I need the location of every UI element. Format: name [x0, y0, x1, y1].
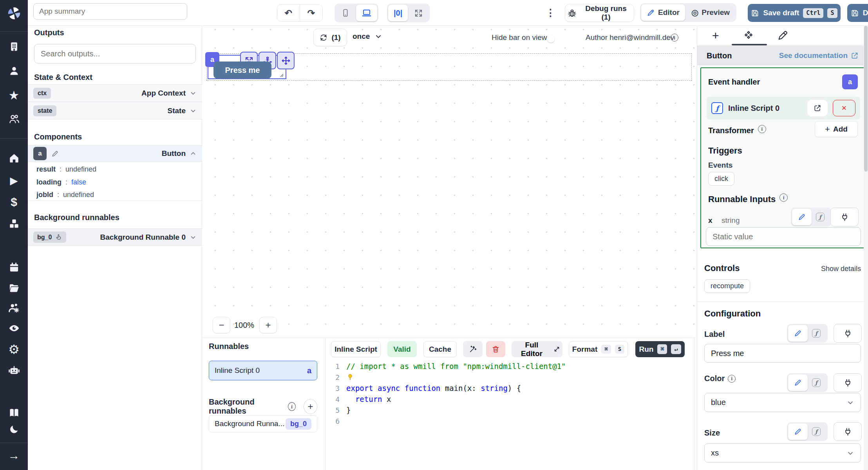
tab-insert-plus-icon[interactable]: + [712, 29, 719, 42]
info-icon[interactable]: i [288, 402, 296, 411]
press-me-button[interactable]: Press me [213, 61, 271, 79]
info-icon[interactable]: i [758, 125, 766, 133]
open-script-button[interactable] [807, 100, 828, 116]
editor-tab[interactable]: Editor [641, 4, 685, 21]
label-value-input[interactable] [704, 344, 861, 363]
deploy-button[interactable]: Deploy [847, 4, 868, 22]
mobile-view-button[interactable] [336, 5, 355, 21]
expression-mode-button[interactable]: ƒ [808, 374, 825, 391]
ai-robot-icon[interactable] [8, 365, 20, 376]
home-icon[interactable] [9, 153, 20, 164]
deploy-save-icon [851, 9, 859, 17]
chevron-down-icon [846, 449, 854, 457]
center-panes-button[interactable]: |0| [388, 5, 408, 21]
resize-handle-icon[interactable] [278, 72, 284, 78]
code-line: 3export async function main(x: string) { [329, 383, 682, 394]
info-icon[interactable]: i [671, 34, 678, 42]
static-value-input[interactable] [706, 227, 861, 246]
static-mode-button[interactable] [788, 374, 808, 391]
dark-mode-moon-icon[interactable] [9, 424, 19, 434]
save-draft-label: Save draft [763, 9, 799, 17]
remove-script-button[interactable]: × [833, 100, 855, 116]
format-button[interactable]: Format ⌘ S [569, 341, 628, 357]
connect-input-button[interactable] [830, 208, 859, 226]
windmill-logo-icon[interactable] [6, 5, 22, 21]
static-mode-button[interactable] [788, 423, 808, 440]
audit-eye-icon[interactable] [8, 323, 20, 334]
lightbulb-icon[interactable] [346, 373, 354, 381]
fullscreen-button[interactable] [409, 5, 429, 21]
component-a-row[interactable]: a Button [28, 145, 202, 162]
run-button[interactable]: Run ⌘ ↵ [635, 341, 685, 357]
search-outputs-input[interactable] [34, 44, 196, 63]
app-summary-input[interactable] [33, 3, 187, 20]
desktop-view-button[interactable] [356, 5, 377, 21]
zoom-out-button[interactable]: − [213, 317, 230, 333]
debug-runs-button[interactable]: Debug runs (1) [565, 4, 634, 22]
add-background-runnable-button[interactable]: + [304, 399, 317, 414]
collapse-arrow-right-icon[interactable]: → [8, 450, 20, 461]
size-select[interactable]: xs [704, 443, 861, 463]
app-canvas[interactable]: (1) once Hide bar on view Author henri@w… [202, 26, 697, 338]
variables-dollar-icon[interactable]: $ [11, 196, 17, 208]
add-transformer-button[interactable]: + Add [815, 121, 858, 137]
groups-users-icon[interactable] [9, 114, 20, 125]
folders-icon[interactable] [9, 282, 20, 293]
ctx-row[interactable]: ctx App Context [28, 84, 202, 102]
bg-runnable-row[interactable]: bg_0 Background Runnable 0 [28, 228, 202, 246]
state-row[interactable]: state State [28, 102, 202, 119]
show-details-link[interactable]: Show details [821, 265, 861, 273]
settings-gear-icon[interactable]: ⚙ [8, 343, 20, 356]
expression-mode-button[interactable]: ƒ [808, 423, 825, 440]
resources-cubes-icon[interactable] [9, 219, 19, 229]
workers-users-gear-icon[interactable] [8, 302, 20, 314]
schedules-calendar-icon[interactable] [9, 262, 19, 273]
expression-mode-button[interactable]: ƒ [812, 209, 829, 225]
connect-size-button[interactable] [834, 422, 862, 441]
inline-script-row[interactable]: ƒ Inline Script 0 × [707, 97, 860, 119]
save-draft-button[interactable]: Save draft Ctrl S [748, 4, 841, 22]
tab-components-icon[interactable] [743, 30, 754, 41]
panel-scrollbar-track[interactable] [864, 26, 868, 470]
deploy-label: Deploy [863, 9, 868, 17]
refresh-button[interactable]: (1) [313, 29, 347, 46]
ai-wand-button[interactable] [463, 341, 483, 357]
panel-scrollbar-thumb[interactable] [864, 26, 868, 172]
zoom-in-button[interactable]: + [259, 317, 277, 333]
plug-icon [843, 378, 852, 387]
background-runnable-item[interactable]: Background Runna... bg_0 [209, 415, 317, 432]
expression-mode-button[interactable]: ƒ [808, 325, 825, 342]
preview-tab[interactable]: ◎ Preview [686, 4, 735, 21]
favorites-star-icon[interactable]: ★ [9, 89, 20, 101]
move-handle[interactable] [277, 52, 295, 69]
refresh-mode-value: once [353, 32, 370, 41]
info-icon[interactable]: i [728, 375, 736, 383]
static-mode-button[interactable] [788, 325, 808, 342]
static-mode-button[interactable] [792, 209, 812, 225]
runs-play-icon[interactable]: ▶ [10, 175, 18, 186]
rename-pencil-icon[interactable] [51, 150, 59, 157]
code-area[interactable]: 1// import * as wmill from "npm:windmill… [329, 361, 682, 427]
connect-color-button[interactable] [834, 373, 862, 392]
recompute-pill[interactable]: recompute [704, 279, 750, 293]
color-select[interactable]: blue [704, 393, 861, 412]
tab-styling-brush-icon[interactable] [777, 30, 788, 41]
workspace-building-icon[interactable] [9, 42, 19, 52]
kbd-ctrl: Ctrl [803, 8, 823, 18]
connect-label-button[interactable] [834, 324, 862, 343]
user-icon[interactable] [9, 66, 19, 76]
cache-button[interactable]: Cache [423, 341, 457, 357]
script-name-button[interactable]: Inline Script [331, 341, 381, 357]
docs-book-icon[interactable] [9, 407, 20, 418]
runnable-item-selected[interactable]: Inline Script 0 a [209, 361, 317, 380]
full-editor-button[interactable]: Full Editor [512, 341, 562, 357]
refresh-mode-dropdown[interactable]: once [353, 32, 382, 41]
zoom-level: 100% [234, 321, 254, 330]
delete-script-button[interactable] [486, 341, 505, 357]
redo-button[interactable]: ↷ [300, 4, 322, 22]
see-documentation-link[interactable]: See documentation [779, 51, 859, 60]
overflow-menu-icon[interactable]: ⋮ [546, 7, 555, 18]
info-icon[interactable]: i [779, 193, 788, 202]
function-icon: ƒ [812, 378, 821, 387]
undo-button[interactable]: ↶ [277, 4, 300, 22]
